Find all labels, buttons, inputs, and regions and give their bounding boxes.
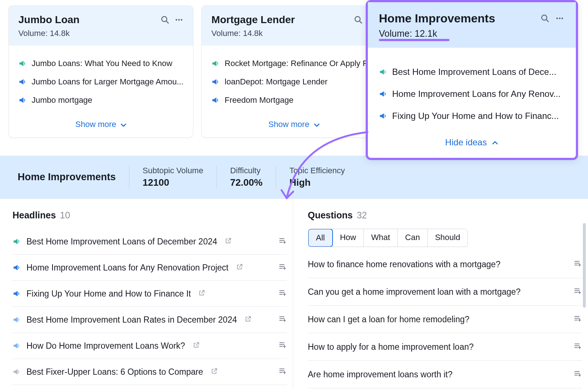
external-link-icon[interactable] bbox=[193, 341, 200, 351]
megaphone-icon bbox=[18, 96, 27, 105]
chevron-down-icon bbox=[312, 121, 320, 128]
idea-row[interactable]: Rocket Mortgage: Refinance Or Apply F bbox=[211, 54, 376, 73]
question-row[interactable]: How can I get a loan for home remodeling… bbox=[308, 306, 582, 333]
add-to-list-icon[interactable] bbox=[573, 341, 582, 352]
idea-row[interactable]: Home Improvement Loans for Any Renov... bbox=[379, 83, 565, 105]
card-volume: Volume: 14.8k bbox=[18, 29, 183, 38]
card-volume: Volume: 14.8k bbox=[211, 29, 376, 38]
add-to-list-icon[interactable] bbox=[573, 314, 582, 325]
external-link-icon[interactable] bbox=[198, 289, 205, 299]
megaphone-icon bbox=[12, 263, 21, 272]
questions-column: Questions 32 AllHowWhatCanShould How to … bbox=[293, 199, 588, 388]
search-icon[interactable] bbox=[161, 15, 169, 24]
headline-row[interactable]: Best Home Improvement Loans of December … bbox=[12, 229, 287, 255]
topic-card-mortgage-lender: Mortgage Lender Volume: 14.8k Rocket Mor… bbox=[202, 6, 386, 137]
chevron-down-icon bbox=[119, 121, 126, 128]
megaphone-icon bbox=[18, 59, 27, 68]
megaphone-icon bbox=[12, 315, 21, 324]
megaphone-icon bbox=[211, 96, 220, 105]
add-to-list-icon[interactable] bbox=[278, 236, 287, 247]
idea-row[interactable]: Jumbo Loans for Larger Mortgage Amou... bbox=[18, 73, 183, 91]
card-volume: Volume: 12.1k bbox=[379, 28, 565, 39]
metric-label: Subtopic Volume bbox=[143, 166, 203, 175]
metric-value: High bbox=[289, 177, 345, 188]
megaphone-icon bbox=[12, 341, 21, 350]
idea-row[interactable]: loanDepot: Mortgage Lender bbox=[211, 73, 376, 91]
chevron-up-icon bbox=[491, 138, 499, 146]
idea-row[interactable]: Best Home Improvement Loans of Dece... bbox=[379, 61, 565, 83]
megaphone-icon bbox=[379, 112, 388, 120]
headline-row[interactable]: Home Improvement Loans for Any Renovatio… bbox=[12, 255, 287, 281]
add-to-list-icon[interactable] bbox=[573, 369, 582, 380]
question-row[interactable]: How to apply for a home improvement loan… bbox=[308, 333, 582, 361]
question-row[interactable]: Can you get a home improvement loan with… bbox=[308, 278, 582, 306]
more-icon[interactable] bbox=[555, 14, 565, 23]
hide-ideas-link[interactable]: Hide ideas bbox=[368, 130, 576, 158]
add-to-list-icon[interactable] bbox=[278, 366, 287, 377]
card-title: Mortgage Lender bbox=[211, 14, 295, 26]
headline-row[interactable]: Fixing Up Your Home and How to Finance I… bbox=[12, 281, 287, 307]
annotation-underline bbox=[379, 39, 449, 41]
filter-pill-should[interactable]: Should bbox=[428, 229, 468, 247]
questions-count: 32 bbox=[357, 210, 367, 220]
idea-row[interactable]: Jumbo Loans: What You Need to Know bbox=[18, 54, 183, 73]
idea-row[interactable]: Fixing Up Your Home and How to Financ... bbox=[379, 105, 565, 127]
megaphone-icon bbox=[211, 77, 220, 86]
filter-pill-can[interactable]: Can bbox=[398, 229, 427, 247]
megaphone-icon bbox=[18, 77, 27, 86]
headlines-title: Headlines bbox=[12, 210, 56, 220]
questions-title: Questions bbox=[308, 210, 353, 220]
idea-row[interactable]: Freedom Mortgage bbox=[211, 91, 376, 109]
filter-pill-what[interactable]: What bbox=[364, 229, 398, 247]
headline-row[interactable]: Best Fixer-Upper Loans: 6 Options to Com… bbox=[12, 359, 287, 385]
question-filter-tabs: AllHowWhatCanShould bbox=[308, 229, 468, 247]
metric-value: 12100 bbox=[143, 177, 203, 188]
question-row[interactable]: Are home improvement loans worth it? bbox=[308, 361, 582, 388]
megaphone-icon bbox=[12, 289, 21, 298]
external-link-icon[interactable] bbox=[236, 263, 243, 273]
add-to-list-icon[interactable] bbox=[278, 288, 287, 299]
card-title: Home Improvements bbox=[379, 12, 495, 25]
metric-label: Difficulty bbox=[230, 166, 262, 175]
details-topic-title: Home Improvements bbox=[18, 171, 116, 183]
idea-row[interactable]: Jumbo mortgage bbox=[18, 91, 183, 109]
metric-label: Topic Efficiency bbox=[289, 166, 345, 175]
card-title: Jumbo Loan bbox=[18, 14, 79, 26]
filter-pill-all[interactable]: All bbox=[308, 229, 333, 247]
topic-card-jumbo-loan: Jumbo Loan Volume: 14.8k Jumbo Loans: Wh… bbox=[9, 6, 193, 137]
search-icon[interactable] bbox=[354, 15, 363, 24]
search-icon[interactable] bbox=[541, 14, 550, 23]
topic-card-home-improvements-highlighted: Home Improvements Volume: 12.1k Best Hom… bbox=[366, 0, 578, 160]
show-more-link[interactable]: Show more bbox=[202, 114, 386, 137]
megaphone-icon bbox=[12, 367, 21, 376]
add-to-list-icon[interactable] bbox=[278, 262, 287, 273]
headline-row[interactable]: How Do Home Improvement Loans Work? bbox=[12, 333, 287, 359]
topic-details-bar: Home Improvements Subtopic Volume 12100 … bbox=[0, 156, 588, 199]
megaphone-icon bbox=[12, 237, 21, 246]
headlines-count: 10 bbox=[60, 210, 70, 220]
more-icon[interactable] bbox=[175, 15, 183, 24]
megaphone-icon bbox=[211, 59, 220, 68]
external-link-icon[interactable] bbox=[211, 367, 218, 377]
add-to-list-icon[interactable] bbox=[573, 259, 582, 270]
external-link-icon[interactable] bbox=[244, 315, 252, 325]
show-more-link[interactable]: Show more bbox=[9, 114, 193, 137]
add-to-list-icon[interactable] bbox=[278, 340, 287, 351]
headlines-column: Headlines 10 Best Home Improvement Loans… bbox=[0, 199, 293, 388]
scrollbar[interactable] bbox=[583, 223, 586, 308]
add-to-list-icon[interactable] bbox=[278, 314, 287, 325]
add-to-list-icon[interactable] bbox=[573, 286, 582, 297]
megaphone-icon bbox=[379, 68, 388, 76]
external-link-icon[interactable] bbox=[225, 237, 232, 247]
question-row[interactable]: How to finance home renovations with a m… bbox=[308, 251, 582, 278]
headline-row[interactable]: Best Home Improvement Loan Rates in Dece… bbox=[12, 307, 287, 333]
metric-value: 72.00% bbox=[230, 177, 262, 188]
filter-pill-how[interactable]: How bbox=[333, 229, 364, 247]
megaphone-icon bbox=[379, 90, 388, 98]
